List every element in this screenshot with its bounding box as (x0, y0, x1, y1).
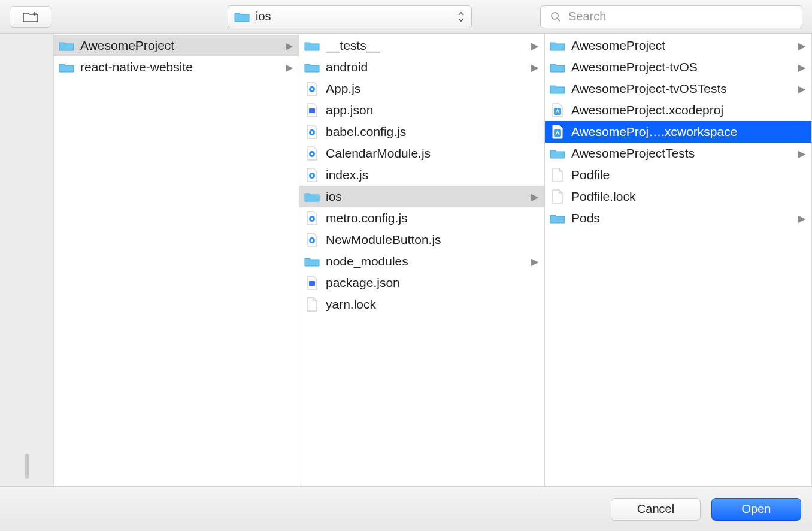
file-row[interactable]: CalendarModule.js (299, 143, 544, 164)
svg-point-2 (311, 88, 313, 90)
file-label: Podfile.lock (571, 189, 805, 204)
file-row[interactable]: AwesomeProjectTests▶ (545, 143, 811, 164)
jsfile-icon (304, 212, 320, 225)
footer: Cancel Open (0, 487, 812, 531)
folder-icon (304, 255, 320, 268)
jsfile-icon (304, 168, 320, 182)
cancel-button[interactable]: Cancel (611, 498, 701, 521)
svg-rect-14 (309, 281, 315, 286)
folder-icon (550, 39, 565, 52)
file-label: babel.config.js (326, 125, 538, 139)
file-label: react-native-website (80, 60, 280, 74)
search-icon (548, 10, 563, 23)
folder-icon (59, 61, 74, 74)
blank-icon (304, 298, 320, 311)
chevron-right-icon: ▶ (531, 40, 538, 52)
file-row[interactable]: Pods▶ (545, 207, 811, 229)
xcode-sel-icon (550, 125, 565, 138)
file-label: Podfile (571, 168, 805, 182)
jsfile-icon (304, 125, 320, 138)
folder-icon (550, 147, 565, 160)
file-row[interactable]: AwesomeProject▶ (54, 35, 299, 56)
file-label: metro.config.js (326, 211, 538, 225)
file-row[interactable]: android▶ (299, 56, 544, 78)
file-label: AwesomeProject.xcodeproj (571, 103, 805, 117)
file-row[interactable]: AwesomeProject.xcodeproj (545, 99, 811, 121)
file-row[interactable]: package.json (299, 272, 544, 294)
path-label: ios (256, 10, 271, 23)
cancel-label: Cancel (637, 502, 674, 516)
search-input[interactable] (568, 10, 795, 23)
folder-icon (304, 61, 320, 74)
chevron-right-icon: ▶ (286, 40, 293, 52)
file-row[interactable]: ios▶ (299, 186, 544, 207)
chevron-right-icon: ▶ (798, 40, 805, 52)
file-label: NewModuleButton.js (326, 233, 538, 247)
file-row[interactable]: AwesomeProject-tvOS▶ (545, 56, 811, 78)
sidebar-resize-handle[interactable] (25, 454, 29, 479)
chevron-right-icon: ▶ (798, 83, 805, 95)
file-row[interactable]: Podfile (545, 164, 811, 186)
file-row[interactable]: metro.config.js (299, 207, 544, 229)
file-browser: AwesomeProject▶react-native-website▶ __t… (0, 34, 812, 487)
svg-point-9 (311, 174, 313, 177)
chevron-right-icon: ▶ (798, 62, 805, 73)
chevron-right-icon: ▶ (798, 213, 805, 224)
toolbar: ios (0, 0, 812, 34)
file-label: App.js (326, 82, 538, 96)
file-label: ios (326, 189, 525, 204)
folder-icon (550, 212, 565, 225)
column-2: AwesomeProject▶AwesomeProject-tvOS▶Aweso… (545, 34, 812, 486)
file-label: android (326, 60, 525, 74)
folder-icon (304, 190, 320, 203)
file-row[interactable]: app.json (299, 99, 544, 121)
column-0: AwesomeProject▶react-native-website▶ (54, 34, 299, 486)
file-label: AwesomeProject-tvOS (571, 60, 792, 74)
file-row[interactable]: App.js (299, 78, 544, 99)
file-row[interactable]: AwesomeProject-tvOSTests▶ (545, 78, 811, 99)
svg-rect-3 (309, 108, 315, 113)
open-label: Open (742, 502, 771, 516)
file-row[interactable]: react-native-website▶ (54, 56, 299, 78)
file-label: AwesomeProj….xcworkspace (571, 125, 805, 139)
file-label: index.js (326, 168, 538, 182)
file-row[interactable]: __tests__▶ (299, 35, 544, 56)
svg-point-5 (311, 131, 313, 134)
file-row[interactable]: yarn.lock (299, 294, 544, 315)
file-label: AwesomeProject-tvOSTests (571, 82, 792, 96)
folder-icon (550, 82, 565, 95)
svg-point-0 (552, 13, 558, 19)
svg-point-7 (311, 153, 313, 155)
file-label: AwesomeProject (80, 38, 280, 53)
chevron-right-icon: ▶ (531, 62, 538, 73)
new-folder-button[interactable] (10, 6, 51, 28)
open-button[interactable]: Open (711, 498, 801, 521)
search-field[interactable] (540, 5, 802, 28)
chevron-right-icon: ▶ (286, 62, 293, 73)
column-1: __tests__▶android▶App.jsapp.jsonbabel.co… (299, 34, 545, 486)
jsfile-icon (304, 82, 320, 95)
file-row[interactable]: AwesomeProject▶ (545, 35, 811, 56)
new-folder-icon (23, 10, 38, 23)
folder-icon (550, 61, 565, 74)
xcode-icon (550, 104, 565, 117)
dropdown-stepper-icon (456, 10, 466, 24)
file-row[interactable]: Podfile.lock (545, 186, 811, 207)
file-row[interactable]: NewModuleButton.js (299, 229, 544, 251)
file-row[interactable]: AwesomeProj….xcworkspace (545, 121, 811, 143)
svg-point-11 (311, 218, 313, 220)
blank-icon (550, 190, 565, 203)
folder-icon (234, 10, 250, 23)
path-dropdown[interactable]: ios (228, 5, 472, 28)
svg-point-13 (311, 239, 313, 242)
folder-icon (304, 39, 320, 52)
chevron-right-icon: ▶ (531, 256, 538, 267)
file-row[interactable]: node_modules▶ (299, 251, 544, 272)
chevron-right-icon: ▶ (798, 148, 805, 159)
file-label: yarn.lock (326, 297, 538, 312)
sidebar-gutter (0, 34, 54, 486)
folder-icon (59, 39, 74, 52)
file-row[interactable]: babel.config.js (299, 121, 544, 143)
file-row[interactable]: index.js (299, 164, 544, 186)
file-label: AwesomeProject (571, 38, 792, 53)
